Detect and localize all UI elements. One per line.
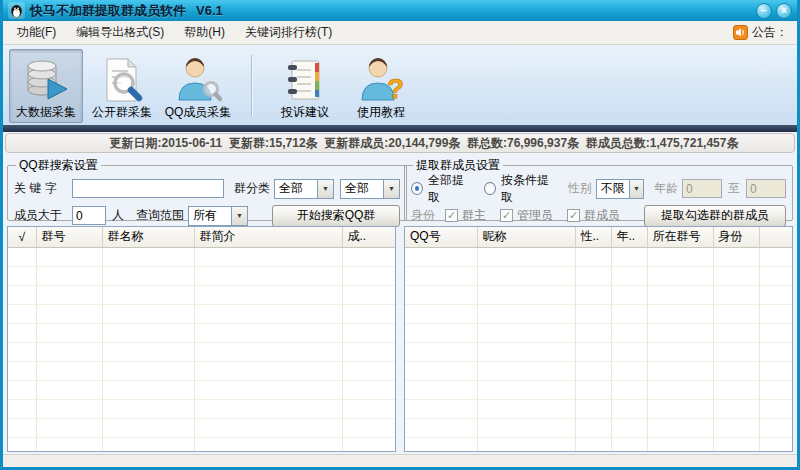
window-title: 快马不加群提取群成员软件 <box>30 2 186 20</box>
toolbar-button-public-group-collect[interactable]: 公开群采集 <box>85 49 159 123</box>
table-row <box>405 247 792 266</box>
menu-bar: 功能(F) 编辑导出格式(S) 帮助(H) 关键词排行榜(T) 公告： <box>3 21 797 45</box>
toolbar-label: QQ成员采集 <box>165 104 232 121</box>
table-row <box>8 380 395 399</box>
col-header-in-group[interactable]: 所在群号 <box>647 227 713 247</box>
toolbar-button-feedback[interactable]: 投诉建议 <box>268 49 342 123</box>
query-range-label: 查询范围 <box>136 207 184 224</box>
age-label: 年龄 <box>654 180 678 197</box>
radio-extract-all[interactable]: 全部提取 <box>411 172 472 206</box>
age-from-input[interactable] <box>682 179 722 198</box>
database-collect-icon <box>22 56 70 104</box>
checkbox-icon[interactable]: ✓ <box>445 209 458 222</box>
col-header-group-number[interactable]: 群号 <box>36 227 102 247</box>
table-row <box>8 323 395 342</box>
col-header-blank <box>759 227 792 247</box>
table-row <box>8 437 395 452</box>
table-row <box>405 399 792 418</box>
gender-label: 性别 <box>568 180 592 197</box>
close-button[interactable]: × <box>776 3 792 19</box>
chevron-down-icon[interactable]: ▼ <box>231 207 247 225</box>
table-row <box>405 418 792 437</box>
doc-search-icon <box>98 56 146 104</box>
table-row <box>405 266 792 285</box>
checkbox-icon[interactable]: ✓ <box>567 209 580 222</box>
checkbox-admin[interactable]: ✓ 管理员 <box>500 207 553 224</box>
table-row <box>8 342 395 361</box>
col-header-age[interactable]: 年.. <box>611 227 647 247</box>
main-content: QQ群搜索设置 关 键 字 群分类 全部 ▼ 全部 ▼ 成员大于 <box>3 154 797 454</box>
svg-text:?: ? <box>387 73 404 104</box>
group-search-column: QQ群搜索设置 关 键 字 群分类 全部 ▼ 全部 ▼ 成员大于 <box>7 157 396 452</box>
radio-circle-icon[interactable] <box>484 182 496 195</box>
group-table-header: √ 群号 群名称 群简介 成.. <box>8 227 395 247</box>
gender-select[interactable]: 不限 ▼ <box>596 179 644 199</box>
chevron-down-icon[interactable]: ▼ <box>383 180 399 198</box>
minimize-button[interactable]: − <box>756 3 772 19</box>
update-status-text: 更新日期:2015-06-11 更新群:15,712条 更新群成员:20,144… <box>62 135 739 152</box>
col-header-group-intro[interactable]: 群简介 <box>194 227 342 247</box>
feedback-notebook-icon <box>281 56 329 104</box>
menu-export-format[interactable]: 编辑导出格式(S) <box>66 22 174 43</box>
checkbox-owner[interactable]: ✓ 群主 <box>445 207 486 224</box>
toolbar-button-tutorial[interactable]: ? 使用教程 <box>344 49 418 123</box>
table-row <box>8 266 395 285</box>
category1-select[interactable]: 全部 ▼ <box>274 179 334 199</box>
col-header-identity[interactable]: 身份 <box>713 227 759 247</box>
tutorial-question-icon: ? <box>357 56 405 104</box>
radio-extract-conditional[interactable]: 按条件提取 <box>484 172 556 206</box>
table-row <box>8 399 395 418</box>
col-header-check[interactable]: √ <box>8 227 36 247</box>
col-header-nickname[interactable]: 昵称 <box>477 227 575 247</box>
extract-members-button[interactable]: 提取勾选群的群成员 <box>644 205 786 227</box>
table-row <box>405 304 792 323</box>
age-to-input[interactable] <box>746 179 786 198</box>
toolbar-separator <box>251 55 252 117</box>
members-greater-label: 成员大于 <box>14 207 72 224</box>
col-header-member-count[interactable]: 成.. <box>342 227 395 247</box>
chevron-down-icon[interactable]: ▼ <box>629 180 643 198</box>
member-search-icon <box>174 56 222 104</box>
menu-keyword-ranking[interactable]: 关键词排行榜(T) <box>235 22 342 43</box>
toolbar-bottom-stripe <box>3 125 797 132</box>
keyword-input[interactable] <box>72 179 224 198</box>
checkbox-icon[interactable]: ✓ <box>500 209 513 222</box>
toolbar: 大数据采集 公开群采集 QQ成员采集 <box>3 45 797 125</box>
table-row <box>8 285 395 304</box>
members-unit-label: 人 <box>112 207 124 224</box>
radio-circle-icon[interactable] <box>411 182 423 195</box>
checkbox-member[interactable]: ✓ 群成员 <box>567 207 620 224</box>
table-row <box>405 342 792 361</box>
toolbar-button-bigdata-collect[interactable]: 大数据采集 <box>9 49 83 123</box>
table-row <box>8 418 395 437</box>
query-range-select[interactable]: 所有 ▼ <box>188 206 248 226</box>
group-search-panel-title: QQ群搜索设置 <box>16 157 101 174</box>
category-label: 群分类 <box>234 180 270 197</box>
search-groups-button[interactable]: 开始搜索QQ群 <box>272 205 400 227</box>
group-table: √ 群号 群名称 群简介 成.. <box>7 226 396 452</box>
toolbar-button-qq-member-collect[interactable]: QQ成员采集 <box>161 49 235 123</box>
members-greater-input[interactable] <box>72 206 106 225</box>
menu-function[interactable]: 功能(F) <box>7 22 66 43</box>
table-row <box>405 361 792 380</box>
extract-settings-panel: 提取群成员设置 全部提取 按条件提取 性别 不限 ▼ 年龄 <box>404 157 793 221</box>
toolbar-label: 投诉建议 <box>281 104 329 121</box>
app-window: 快马不加群提取群成员软件 V6.1 − × 功能(F) 编辑导出格式(S) 帮助… <box>0 0 800 470</box>
table-row <box>405 380 792 399</box>
member-table: QQ号 昵称 性.. 年.. 所在群号 身份 <box>404 226 793 452</box>
table-row <box>405 323 792 342</box>
category2-select[interactable]: 全部 ▼ <box>340 179 400 199</box>
identity-label: 身份 <box>411 207 445 224</box>
chevron-down-icon[interactable]: ▼ <box>317 180 333 198</box>
menu-help[interactable]: 帮助(H) <box>174 22 235 43</box>
col-header-group-name[interactable]: 群名称 <box>102 227 194 247</box>
update-status-band: 更新日期:2015-06-11 更新群:15,712条 更新群成员:20,144… <box>5 133 795 153</box>
col-header-gender[interactable]: 性.. <box>575 227 611 247</box>
age-to-label: 至 <box>728 180 740 197</box>
toolbar-label: 使用教程 <box>357 104 405 121</box>
member-extract-column: 提取群成员设置 全部提取 按条件提取 性别 不限 ▼ 年龄 <box>404 157 793 452</box>
member-table-header: QQ号 昵称 性.. 年.. 所在群号 身份 <box>405 227 792 247</box>
col-header-qq-number[interactable]: QQ号 <box>405 227 477 247</box>
table-row <box>8 361 395 380</box>
status-bar <box>3 454 797 467</box>
